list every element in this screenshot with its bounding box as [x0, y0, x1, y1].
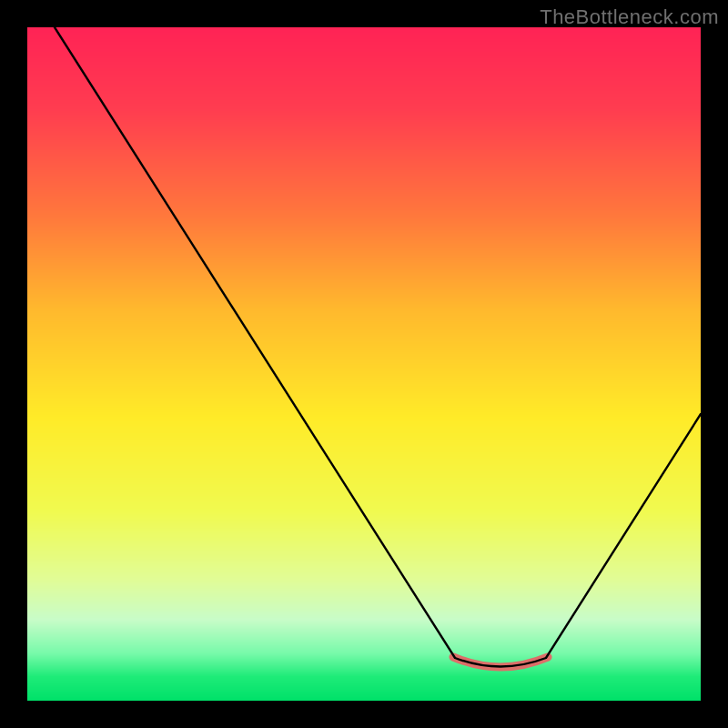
watermark-text: TheBottleneck.com [540, 5, 719, 29]
curve-layer [27, 27, 701, 701]
plot-area [27, 27, 701, 701]
chart-stage: TheBottleneck.com [0, 0, 728, 728]
bottleneck-curve-line [55, 27, 701, 667]
